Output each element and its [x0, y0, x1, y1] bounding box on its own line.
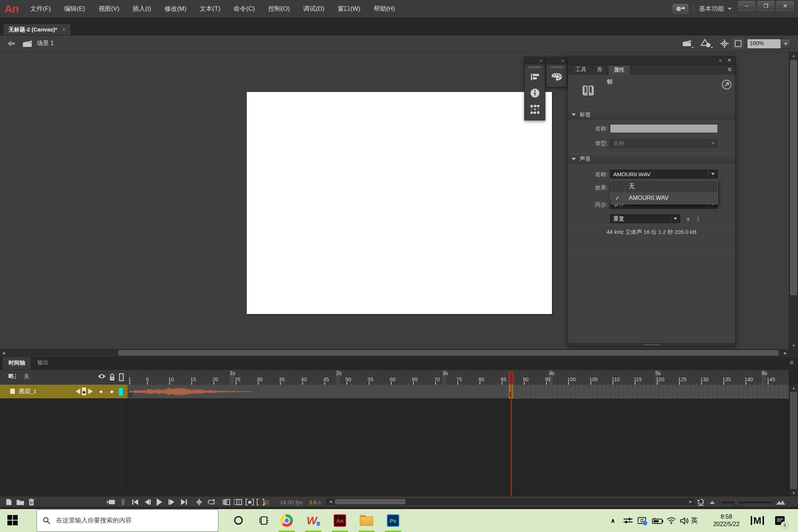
taskbar-search[interactable] [37, 509, 218, 532]
document-tab[interactable]: 无标题-2 (Canvas)* × [3, 24, 71, 35]
menu-item[interactable]: 调试(D) [296, 0, 331, 17]
timeline-horizontal-scrollbar[interactable]: ◀ ▶ [327, 498, 695, 505]
onion-skin-button[interactable] [222, 498, 231, 506]
export-options-icon[interactable] [722, 79, 732, 91]
new-folder-button[interactable] [16, 498, 24, 506]
panel-resize-grip[interactable] [568, 343, 735, 346]
layer-name[interactable]: 图层_1 [19, 388, 37, 395]
back-arrow-icon[interactable] [7, 40, 16, 49]
drag-grip[interactable] [529, 66, 541, 68]
outline-column-icon[interactable] [119, 373, 124, 383]
current-frame-value[interactable]: 87 [263, 499, 269, 506]
step-forward-button[interactable] [168, 498, 174, 506]
menu-item[interactable]: 命令(C) [227, 0, 262, 17]
timeline-tab-时间轴[interactable]: 时间轴 [2, 357, 31, 369]
sound-name-select[interactable]: AMOURII.WAV [610, 170, 718, 178]
delete-button[interactable] [28, 498, 35, 506]
panel-menu-icon[interactable]: ≡ [727, 66, 732, 74]
taskbar-app-photoshop[interactable]: Ps [380, 509, 406, 532]
scene-name[interactable]: 场景 1 [37, 40, 54, 47]
scrollbar-thumb[interactable] [790, 392, 797, 489]
expand-panel-button[interactable]: » [525, 57, 545, 65]
zoom-out-frames-icon[interactable] [709, 498, 715, 506]
edit-scene-icon[interactable] [682, 39, 695, 51]
frame-rate-value[interactable]: 24.00 fps [280, 499, 303, 506]
menu-item[interactable]: 帮助(H) [367, 0, 402, 17]
menu-item[interactable]: 窗口(W) [331, 0, 367, 17]
speaker-tray-icon[interactable] [680, 517, 689, 526]
scroll-left-icon[interactable]: ◀ [327, 499, 334, 505]
dropdown-button[interactable] [708, 170, 717, 178]
layer-parenting-icon[interactable] [7, 373, 17, 383]
close-panel-icon[interactable]: ✕ [727, 57, 732, 63]
battery-tray-icon[interactable] [652, 517, 664, 526]
step-back-button[interactable] [145, 498, 151, 506]
edit-symbols-icon[interactable] [700, 39, 715, 51]
wifi-tray-icon[interactable] [666, 517, 676, 526]
scrollbar-thumb[interactable] [335, 499, 405, 504]
scrollbar-thumb[interactable] [790, 60, 797, 295]
label-name-input[interactable] [610, 124, 718, 133]
taskbar-app-explorer[interactable] [353, 509, 380, 532]
layer-prev-icon[interactable] [75, 388, 81, 396]
timeline-zoom-slider[interactable] [721, 502, 773, 503]
scroll-down-icon[interactable]: ▼ [789, 491, 798, 495]
stage-vertical-scrollbar[interactable]: ▲ ▼ [789, 52, 798, 349]
maximize-button[interactable]: ❐ [757, 1, 774, 11]
go-to-last-frame-button[interactable] [181, 498, 187, 506]
scroll-right-icon[interactable]: ▶ [687, 499, 694, 505]
timeline-tab-输出[interactable]: 输出 [31, 357, 54, 369]
empty-keyframe-marker[interactable] [129, 393, 132, 397]
empty-frames-grid[interactable] [513, 385, 789, 399]
cortana-button[interactable] [234, 516, 243, 525]
tab-close-icon[interactable]: × [62, 27, 65, 33]
repeat-count-value[interactable]: 1 [696, 215, 699, 222]
tray-clock[interactable]: 8:58 2022/5/22 [705, 509, 748, 532]
layer-lock-dot[interactable] [110, 391, 113, 393]
close-button[interactable]: ✕ [777, 1, 794, 11]
camera-button[interactable] [106, 498, 115, 506]
playhead-marker[interactable] [509, 372, 514, 385]
scroll-right-icon[interactable]: ▶ [782, 349, 789, 357]
align-panel-icon[interactable] [525, 69, 545, 85]
zoom-dropdown-button[interactable] [781, 39, 791, 49]
lock-column-icon[interactable] [109, 374, 115, 383]
collapse-panel-icon[interactable]: « [719, 57, 722, 63]
scroll-down-icon[interactable]: ▼ [789, 344, 798, 348]
taskbar-app-chrome[interactable] [273, 509, 300, 532]
scroll-left-icon[interactable]: ◀ [0, 349, 7, 357]
playhead-line[interactable] [511, 385, 512, 496]
go-to-first-frame-button[interactable] [132, 498, 138, 506]
dropdown-item[interactable]: 无 [611, 180, 717, 192]
sync-settings-button[interactable] [673, 4, 688, 14]
panel-tab-工具[interactable]: 工具 [570, 65, 592, 75]
taskbar-app-wps[interactable]: W [300, 509, 327, 532]
maxhub-tray-icon[interactable]: M [751, 509, 764, 532]
layer-current-marker[interactable] [82, 388, 86, 397]
slider-thumb[interactable] [734, 499, 739, 506]
scrollbar-thumb[interactable] [119, 350, 778, 355]
workspace-switcher[interactable]: 基本功能 [699, 4, 732, 13]
section-label[interactable]: 标签 [568, 110, 735, 119]
timeline-ruler[interactable]: 1s2s3s4s5s6s1510152025303540455055606570… [127, 370, 789, 385]
drag-grip[interactable] [550, 66, 563, 68]
stage-canvas[interactable] [247, 92, 552, 314]
panel-tab-属性[interactable]: 属性 [608, 65, 630, 75]
menu-item[interactable]: 文件(F) [24, 0, 58, 17]
zoom-value[interactable]: 100% [747, 39, 781, 49]
menu-item[interactable]: 视图(V) [92, 0, 126, 17]
show-hide-column-icon[interactable] [98, 374, 106, 381]
minimize-button[interactable]: ─ [738, 1, 755, 11]
timeline-vertical-scrollbar[interactable]: ▲ ▼ [789, 385, 798, 496]
layer-visible-dot[interactable] [100, 391, 102, 393]
task-view-button[interactable] [259, 516, 270, 527]
menu-item[interactable]: 编辑(E) [58, 0, 92, 17]
layer-next-icon[interactable] [88, 388, 93, 396]
reset-timeline-zoom-button[interactable] [697, 498, 705, 506]
search-input[interactable] [55, 516, 218, 525]
display-sync-tray-icon[interactable] [638, 517, 648, 527]
clip-content-icon[interactable] [733, 39, 743, 50]
center-playhead-button[interactable] [195, 498, 203, 506]
zoom-in-frames-icon[interactable] [776, 498, 785, 506]
timeline-menu-icon[interactable]: ≡ [790, 359, 794, 366]
